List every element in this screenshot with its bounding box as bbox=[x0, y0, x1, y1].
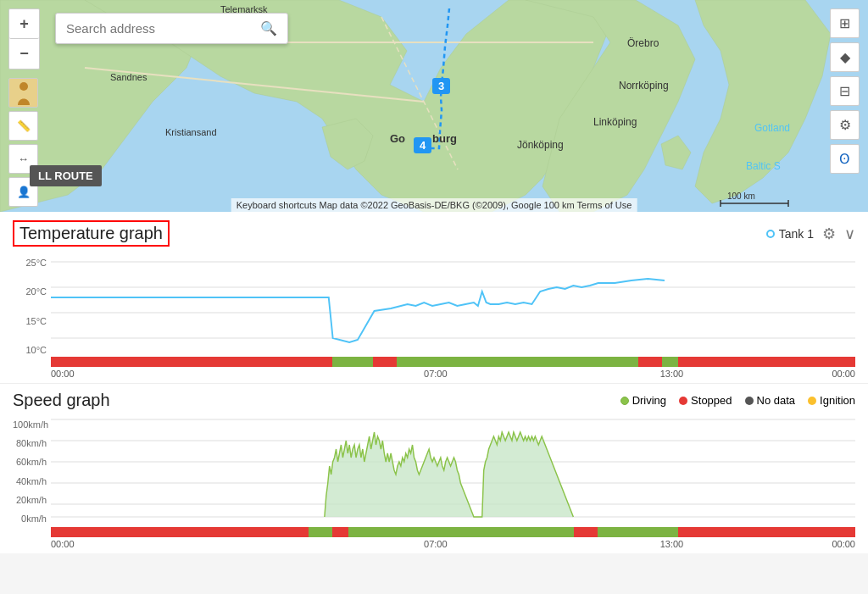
stopped-label: Stopped bbox=[691, 394, 732, 407]
svg-text:Go: Go bbox=[390, 132, 405, 145]
speed-chart-area: 100km/h 80km/h 60km/h 40km/h 20km/h 0km/… bbox=[13, 415, 855, 525]
temperature-y-axis: 25°C 20°C 15°C 10°C bbox=[13, 253, 51, 355]
map-attribution: Keyboard shortcuts Map data ©2022 GeoBas… bbox=[231, 198, 637, 212]
speed-time-label-0000-2: 00:00 bbox=[832, 539, 855, 549]
y-label-25: 25°C bbox=[13, 258, 47, 268]
time-label-0000-1: 00:00 bbox=[51, 369, 75, 379]
y-label-20: 20°C bbox=[13, 286, 47, 297]
svg-text:burg: burg bbox=[432, 132, 457, 145]
search-box[interactable]: 🔍 bbox=[55, 13, 288, 44]
temperature-settings-button[interactable]: ⚙ bbox=[822, 225, 836, 243]
ruler-icon-button[interactable]: 📏 bbox=[8, 111, 38, 141]
speed-timeline-bar bbox=[51, 527, 855, 537]
legend-driving: Driving bbox=[620, 394, 666, 407]
speed-graph-section: Speed graph Driving Stopped No data Igni… bbox=[0, 384, 868, 553]
bluetooth-button[interactable]: ʘ bbox=[830, 144, 860, 174]
svg-text:Baltic S: Baltic S bbox=[746, 160, 781, 172]
speed-graph-header: Speed graph Driving Stopped No data Igni… bbox=[13, 391, 855, 410]
nodata-dot bbox=[745, 397, 754, 405]
time-label-1300-1: 13:00 bbox=[660, 369, 684, 379]
svg-text:Kristiansand: Kristiansand bbox=[165, 127, 217, 137]
route-label: LL ROUTE bbox=[30, 165, 102, 186]
svg-text:100 km: 100 km bbox=[727, 192, 755, 201]
tank-dot bbox=[766, 230, 775, 238]
ignition-label: Ignition bbox=[820, 394, 855, 407]
svg-text:Linköping: Linköping bbox=[593, 116, 637, 128]
speed-timeline-green-2 bbox=[348, 527, 574, 537]
y-label-100: 100km/h bbox=[13, 419, 47, 430]
svg-text:Sandnes: Sandnes bbox=[110, 72, 147, 82]
speed-timeline-bar-inner bbox=[51, 527, 855, 537]
svg-text:Jönköping: Jönköping bbox=[517, 139, 564, 151]
time-label-0000-2: 00:00 bbox=[832, 369, 855, 379]
speed-legend: Driving Stopped No data Ignition bbox=[620, 394, 855, 407]
ignition-dot bbox=[808, 397, 816, 405]
timeline-red-3 bbox=[638, 357, 662, 367]
temperature-graph-section: Temperature graph Tank 1 ⚙ ∨ 25°C 20°C 1… bbox=[0, 212, 868, 384]
temperature-graph-header: Temperature graph Tank 1 ⚙ ∨ bbox=[13, 220, 855, 247]
nodata-label: No data bbox=[757, 394, 796, 407]
person-icon-button[interactable] bbox=[8, 78, 38, 108]
temperature-chart-inner bbox=[51, 253, 855, 355]
y-label-80: 80km/h bbox=[13, 438, 47, 448]
speed-y-axis: 100km/h 80km/h 60km/h 40km/h 20km/h 0km/… bbox=[13, 415, 51, 525]
speed-timeline-green-1 bbox=[309, 527, 332, 537]
zoom-out-button[interactable]: − bbox=[9, 39, 39, 69]
speed-time-label-0700-1: 07:00 bbox=[424, 539, 448, 549]
temperature-chart-svg bbox=[51, 253, 855, 355]
diamond-button[interactable]: ◆ bbox=[830, 42, 860, 72]
speed-timeline-red-2 bbox=[332, 527, 348, 537]
search-input[interactable] bbox=[66, 21, 260, 36]
legend-nodata: No data bbox=[745, 394, 796, 407]
search-icon: 🔍 bbox=[260, 20, 277, 36]
person-icon bbox=[15, 81, 32, 105]
speed-time-label-1300-1: 13:00 bbox=[660, 539, 684, 549]
speed-timeline-red-4 bbox=[678, 527, 855, 537]
speed-time-label-0000-1: 00:00 bbox=[51, 539, 75, 549]
legend-ignition: Ignition bbox=[808, 394, 855, 407]
svg-text:Norrköping: Norrköping bbox=[619, 80, 669, 92]
tank-text: Tank 1 bbox=[779, 227, 814, 241]
fullscreen-button[interactable]: ⊟ bbox=[830, 76, 860, 106]
speed-timeline-green-3 bbox=[598, 527, 678, 537]
y-label-0: 0km/h bbox=[13, 514, 47, 524]
driving-label: Driving bbox=[632, 394, 666, 407]
svg-point-25 bbox=[19, 82, 28, 91]
y-label-20: 20km/h bbox=[13, 495, 47, 505]
temperature-time-labels: 00:00 07:00 13:00 00:00 bbox=[51, 369, 855, 379]
zoom-in-button[interactable]: + bbox=[9, 9, 39, 39]
speed-chart-svg bbox=[51, 415, 855, 525]
speed-graph-title: Speed graph bbox=[13, 391, 110, 410]
waypoint-3: 3 bbox=[432, 78, 450, 94]
y-label-60: 60km/h bbox=[13, 457, 47, 467]
temperature-graph-controls: Tank 1 ⚙ ∨ bbox=[766, 225, 855, 243]
legend-stopped: Stopped bbox=[679, 394, 732, 407]
timeline-red-4 bbox=[678, 357, 855, 367]
time-label-0700-1: 07:00 bbox=[424, 369, 448, 379]
y-label-15: 15°C bbox=[13, 316, 47, 326]
temperature-graph-title: Temperature graph bbox=[13, 220, 170, 247]
speed-timeline-red-3 bbox=[574, 527, 598, 537]
timeline-green-2 bbox=[397, 357, 638, 367]
y-label-10: 10°C bbox=[13, 345, 47, 355]
speed-timeline-red-1 bbox=[51, 527, 309, 537]
temperature-chart-area: 25°C 20°C 15°C 10°C bbox=[13, 253, 855, 355]
timeline-green-1 bbox=[332, 357, 372, 367]
speed-time-labels: 00:00 07:00 13:00 00:00 bbox=[51, 539, 855, 549]
tank-label: Tank 1 bbox=[766, 227, 814, 241]
right-toolbar: ⊞ ◆ ⊟ ⚙ ʘ bbox=[830, 8, 860, 174]
layers-button[interactable]: ⊞ bbox=[830, 8, 860, 38]
waypoint-4: 4 bbox=[414, 137, 431, 153]
timeline-green-3 bbox=[662, 357, 678, 367]
bottom-panel: Temperature graph Tank 1 ⚙ ∨ 25°C 20°C 1… bbox=[0, 212, 868, 553]
svg-text:Örebro: Örebro bbox=[627, 37, 659, 49]
timeline-bar-inner bbox=[51, 357, 855, 367]
settings-button[interactable]: ⚙ bbox=[830, 110, 860, 140]
stopped-dot bbox=[679, 397, 687, 405]
temperature-collapse-button[interactable]: ∨ bbox=[844, 225, 855, 243]
zoom-controls: + − bbox=[8, 8, 40, 69]
timeline-red-1 bbox=[51, 357, 332, 367]
speed-chart-inner bbox=[51, 415, 855, 525]
svg-text:Gotland: Gotland bbox=[754, 122, 790, 134]
map-container: Sandnes Kristiansand Örebro Norrköping L… bbox=[0, 0, 868, 212]
